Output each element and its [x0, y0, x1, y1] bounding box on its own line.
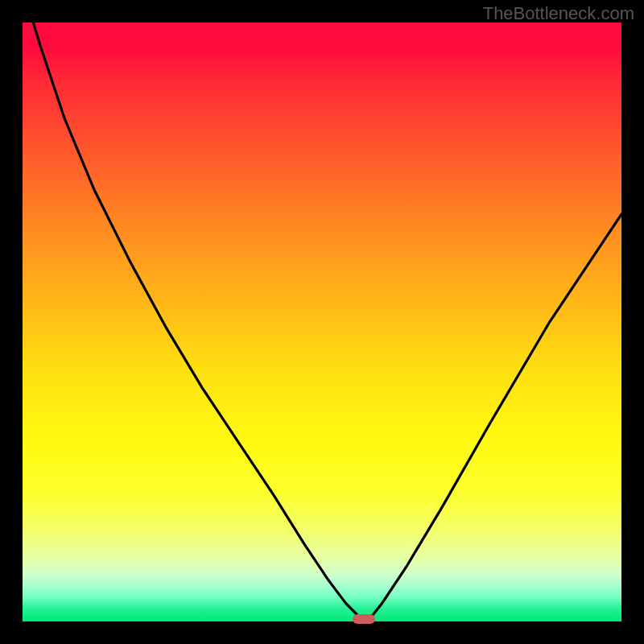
watermark-text: TheBottleneck.com [483, 3, 634, 24]
bottleneck-curve-path [23, 23, 621, 621]
plot-area [23, 23, 621, 621]
curve-svg [23, 23, 621, 621]
optimum-marker [353, 614, 375, 624]
chart-root: TheBottleneck.com [0, 0, 644, 644]
